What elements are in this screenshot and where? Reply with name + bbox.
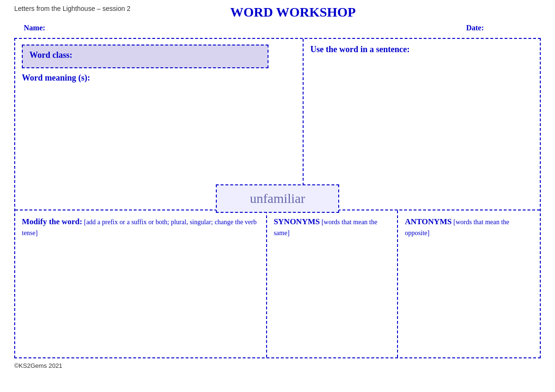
word-meaning-label: Word meaning (s): <box>22 73 296 83</box>
use-sentence-label: Use the word in a sentence: <box>310 45 533 55</box>
left-panel: Word class: Word meaning (s): <box>15 39 304 210</box>
right-panel: Use the word in a sentence: <box>304 39 540 210</box>
modify-col: Modify the word: [add a prefix or a suff… <box>15 210 267 357</box>
synonyms-col: SYNONYMS [words that mean the same] <box>267 210 398 357</box>
name-label: Name: <box>24 24 45 32</box>
synonyms-label: SYNONYMS [words that mean the same] <box>274 216 391 238</box>
bottom-section: Modify the word: [add a prefix or a suff… <box>15 210 540 357</box>
antonyms-label: ANTONYMS [words that mean the opposite] <box>405 216 533 238</box>
copyright-label: ©KS2Gems 2021 <box>14 362 62 369</box>
modify-bold: Modify the word: <box>22 217 82 226</box>
word-class-box[interactable]: Word class: <box>22 45 268 68</box>
session-label: Letters from the Lighthouse – session 2 <box>14 5 130 12</box>
antonyms-bold: ANTONYMS <box>405 217 452 226</box>
word-class-label: Word class: <box>29 50 73 60</box>
main-container: Word class: Word meaning (s): Use the wo… <box>14 38 541 358</box>
date-label: Date: <box>466 24 484 32</box>
center-word-text: unfamiliar <box>250 191 305 206</box>
center-word-box: unfamiliar <box>216 184 339 213</box>
synonyms-bold: SYNONYMS <box>274 217 320 226</box>
page-title: WORD WORKSHOP <box>130 5 455 20</box>
antonyms-col: ANTONYMS [words that mean the opposite] <box>398 210 540 357</box>
modify-label: Modify the word: [add a prefix or a suff… <box>22 216 259 238</box>
